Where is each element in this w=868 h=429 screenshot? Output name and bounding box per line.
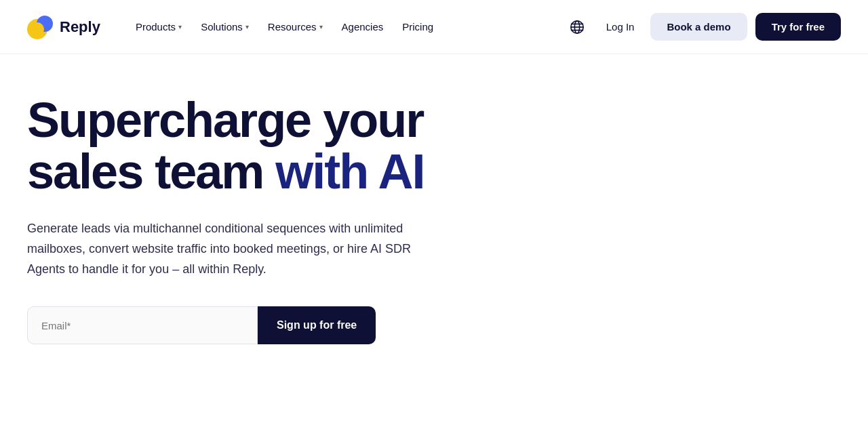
try-free-button[interactable]: Try for free <box>755 13 841 41</box>
nav-link-pricing[interactable]: Pricing <box>394 16 441 38</box>
signup-button[interactable]: Sign up for free <box>258 306 376 344</box>
hero-cta: Sign up for free <box>27 306 448 344</box>
email-input[interactable] <box>27 306 258 344</box>
chevron-down-icon: ▾ <box>319 23 323 30</box>
nav-right: Log In Book a demo Try for free <box>564 13 841 41</box>
hero-title: Supercharge your sales team with AI <box>27 95 448 197</box>
logo[interactable]: Reply <box>27 14 100 40</box>
logo-text: Reply <box>60 18 100 36</box>
hero-subtitle: Generate leads via multichannel conditio… <box>27 219 420 279</box>
nav-link-solutions[interactable]: Solutions ▾ <box>193 16 257 38</box>
nav-link-resources[interactable]: Resources ▾ <box>260 16 331 38</box>
nav-links: Products ▾ Solutions ▾ Resources ▾ Agenc… <box>127 16 441 38</box>
globe-icon <box>570 20 585 35</box>
svg-point-2 <box>31 22 44 36</box>
nav-link-products[interactable]: Products ▾ <box>127 16 190 38</box>
chevron-down-icon: ▾ <box>178 23 182 30</box>
nav-left: Reply Products ▾ Solutions ▾ Resources ▾… <box>27 14 441 40</box>
hero-title-highlight: with AI <box>275 144 424 199</box>
login-button[interactable]: Log In <box>598 16 643 38</box>
hero-section: Supercharge your sales team with AI Gene… <box>0 54 475 344</box>
logo-icon <box>27 14 53 40</box>
navbar: Reply Products ▾ Solutions ▾ Resources ▾… <box>0 0 868 54</box>
nav-link-agencies[interactable]: Agencies <box>334 16 392 38</box>
book-demo-button[interactable]: Book a demo <box>650 13 747 41</box>
chevron-down-icon: ▾ <box>245 23 249 30</box>
language-button[interactable] <box>564 14 590 40</box>
